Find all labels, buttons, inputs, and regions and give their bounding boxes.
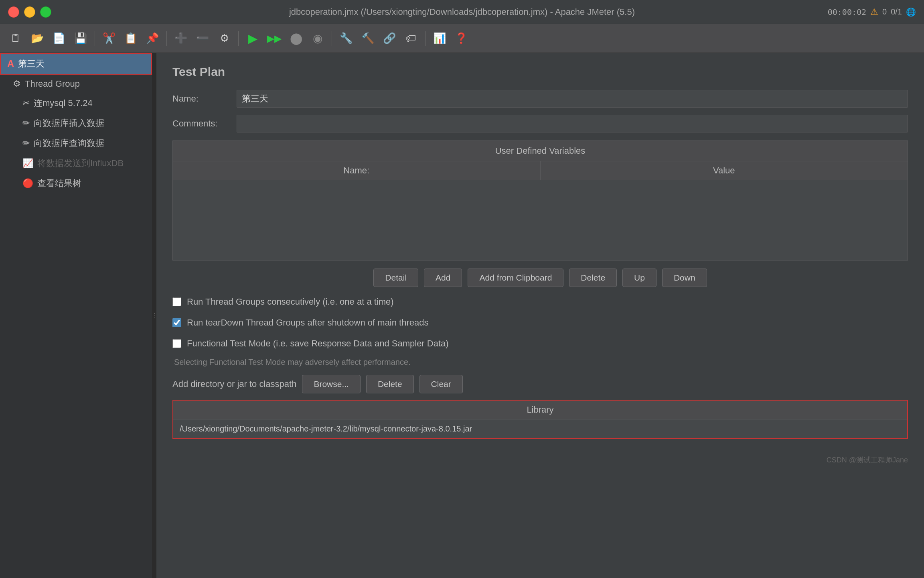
variable-table-body (172, 180, 908, 261)
toolbar-separator-2 (166, 31, 167, 46)
sidebar-item-query[interactable]: ✏ 向数据库查询数据 (0, 133, 152, 153)
jar2-button[interactable]: 🔨 (359, 29, 377, 48)
sidebar-item-results-label: 查看结果树 (37, 177, 81, 189)
sidebar-item-thread-group-label: Thread Group (25, 79, 80, 89)
sidebar-root-label: 第三天 (18, 58, 45, 70)
remote-button[interactable]: 🔗 (380, 29, 399, 48)
sidebar-item-mysql-label: 连mysql 5.7.24 (34, 97, 93, 109)
classpath-delete-button[interactable]: Delete (366, 375, 414, 393)
thread-count: 0/1 (891, 7, 902, 16)
shutdown-button[interactable]: ◉ (308, 29, 327, 48)
library-entry[interactable]: /Users/xiongting/Documents/apache-jmeter… (173, 419, 907, 438)
browse-button[interactable]: Browse... (302, 375, 361, 393)
add-from-clipboard-button[interactable]: Add from Clipboard (468, 269, 563, 287)
sidebar-item-mysql[interactable]: ✂ 连mysql 5.7.24 (0, 93, 152, 113)
run-consecutive-row: Run Thread Groups consecutively (i.e. on… (172, 295, 908, 309)
window-title: jdbcoperation.jmx (/Users/xiongting/Down… (289, 7, 635, 17)
col-value-header: Value (541, 161, 908, 180)
functional-test-checkbox[interactable] (172, 339, 181, 348)
sidebar-item-influxdb-label: 将数据发送到InfluxDB (37, 157, 124, 169)
minimize-window-button[interactable] (24, 6, 35, 18)
start-no-pause-button[interactable]: ▶▶ (265, 29, 284, 48)
add-button[interactable]: Add (424, 269, 462, 287)
jar-button[interactable]: 🔧 (337, 29, 355, 48)
traffic-lights (8, 6, 51, 18)
sidebar: A 第三天 ⚙ Thread Group ✂ 连mysql 5.7.24 ✏ 向… (0, 53, 152, 578)
influxdb-icon: 📈 (22, 158, 33, 169)
results-icon: 🔴 (22, 178, 33, 189)
root-icon: A (7, 58, 14, 69)
up-button[interactable]: Up (622, 269, 657, 287)
functional-test-label: Functional Test Mode (i.e. save Response… (187, 338, 449, 349)
detail-button[interactable]: Detail (373, 269, 418, 287)
collapse-button[interactable]: ➖ (193, 29, 212, 48)
col-name-header: Name: (173, 161, 541, 180)
down-button[interactable]: Down (662, 269, 707, 287)
comments-row: Comments: (172, 115, 908, 132)
variable-table-header: Name: Value (172, 161, 908, 180)
delete-button[interactable]: Delete (569, 269, 617, 287)
paste-button[interactable]: 📌 (143, 29, 162, 48)
sidebar-item-thread-group[interactable]: ⚙ Thread Group (0, 75, 152, 93)
help-button[interactable]: ❓ (452, 29, 470, 48)
content-area: Test Plan Name: Comments: User Defined V… (156, 53, 924, 578)
toolbar-separator-3 (238, 31, 239, 46)
clear-button[interactable]: Clear (419, 375, 463, 393)
sidebar-item-insert[interactable]: ✏ 向数据库插入数据 (0, 113, 152, 133)
open-button[interactable]: 📂 (28, 29, 47, 48)
expand-button[interactable]: ➕ (172, 29, 190, 48)
name-input[interactable] (237, 90, 908, 108)
toolbar-separator-4 (332, 31, 332, 46)
functional-mode-note: Selecting Functional Test Mode may adver… (172, 358, 908, 367)
thread-group-icon: ⚙ (13, 79, 21, 89)
variable-action-buttons: Detail Add Add from Clipboard Delete Up … (172, 269, 908, 287)
run-consecutive-label: Run Thread Groups consecutively (i.e. on… (187, 297, 394, 307)
sidebar-resize-handle[interactable]: ⋮ (152, 53, 156, 578)
query-icon: ✏ (22, 138, 30, 149)
status-bar: 00:00:02 ⚠ 0 0/1 🌐 (828, 7, 916, 17)
mysql-icon: ✂ (22, 98, 30, 108)
toolbar-separator-5 (425, 31, 426, 46)
titlebar: jdbcoperation.jmx (/Users/xiongting/Down… (0, 0, 924, 24)
page-title: Test Plan (172, 65, 908, 79)
insert-icon: ✏ (22, 118, 30, 128)
run-consecutive-checkbox[interactable] (172, 297, 181, 306)
functional-test-row: Functional Test Mode (i.e. save Response… (172, 337, 908, 350)
comments-label: Comments: (172, 118, 237, 129)
network-icon: 🌐 (906, 7, 916, 17)
close-window-button[interactable] (8, 6, 19, 18)
name-row: Name: (172, 90, 908, 108)
library-header: Library (173, 401, 907, 419)
start-button[interactable]: ▶ (243, 29, 262, 48)
run-teardown-checkbox[interactable] (172, 318, 181, 327)
footer-credit: CSDN @测试工程师Jane (172, 455, 908, 465)
close-button[interactable]: 📄 (50, 29, 68, 48)
run-teardown-row: Run tearDown Thread Groups after shutdow… (172, 316, 908, 330)
run-teardown-label: Run tearDown Thread Groups after shutdow… (187, 317, 428, 328)
library-table: Library /Users/xiongting/Documents/apach… (172, 400, 908, 439)
template-button[interactable]: 🏷 (402, 29, 420, 48)
sidebar-item-query-label: 向数据库查询数据 (34, 137, 104, 149)
new-button[interactable]: 🗒 (6, 29, 25, 48)
timer-display: 00:00:02 (828, 7, 866, 17)
main-area: A 第三天 ⚙ Thread Group ✂ 连mysql 5.7.24 ✏ 向… (0, 53, 924, 578)
stop-button[interactable]: ⬤ (287, 29, 305, 48)
sidebar-item-influxdb[interactable]: 📈 将数据发送到InfluxDB (0, 153, 152, 173)
save-button[interactable]: 💾 (71, 29, 90, 48)
sidebar-item-insert-label: 向数据库插入数据 (34, 117, 104, 129)
maximize-window-button[interactable] (40, 6, 51, 18)
sidebar-root-item[interactable]: A 第三天 (0, 53, 152, 75)
warning-icon: ⚠ (870, 7, 878, 17)
user-defined-variables-header: User Defined Variables (172, 140, 908, 161)
sidebar-item-results[interactable]: 🔴 查看结果树 (0, 173, 152, 193)
classpath-label: Add directory or jar to classpath (172, 379, 296, 389)
toggle-button[interactable]: ⚙ (215, 29, 233, 48)
toolbar: 🗒 📂 📄 💾 ✂️ 📋 📌 ➕ ➖ ⚙ ▶ ▶▶ ⬤ ◉ 🔧 🔨 🔗 🏷 📊 … (0, 24, 924, 53)
classpath-row: Add directory or jar to classpath Browse… (172, 375, 908, 393)
log-button[interactable]: 📊 (430, 29, 449, 48)
warning-count: 0 (882, 7, 887, 16)
cut-button[interactable]: ✂️ (100, 29, 118, 48)
toolbar-separator-1 (95, 31, 95, 46)
comments-input[interactable] (237, 115, 908, 132)
copy-button[interactable]: 📋 (122, 29, 140, 48)
